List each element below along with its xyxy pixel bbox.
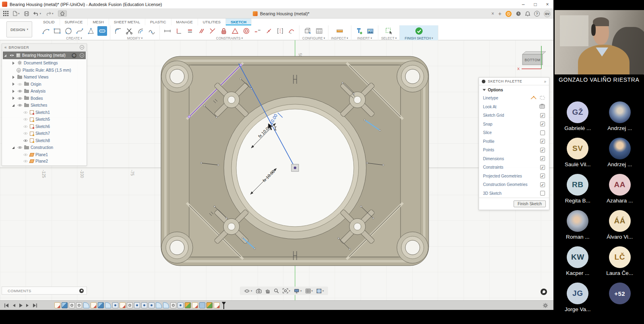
participant-tile[interactable]: Andrzej ... [599,138,641,174]
timeline-feature-icon[interactable] [91,302,97,308]
visibility-eye-icon[interactable] [17,146,23,149]
home-view-button[interactable] [58,10,67,17]
visibility-eye-icon[interactable] [23,132,28,135]
avatar[interactable] [567,210,588,232]
timeline-feature-icon[interactable] [98,302,104,308]
select-group-label[interactable]: SELECT [381,36,394,40]
checkbox[interactable]: ✓ [540,173,545,178]
account-avatar[interactable]: GV [544,10,551,17]
timeline-feature-icon[interactable] [54,302,60,308]
collapse-panel-icon[interactable]: « [4,45,7,50]
timeline-feature-icon[interactable] [178,302,184,308]
visibility-eye-icon[interactable] [23,159,28,163]
comments-bar[interactable]: COMMENTS [2,287,87,295]
browser-item[interactable]: Construction [2,144,87,151]
bearing-housing-part[interactable] [161,56,429,266]
timeline-feature-icon[interactable] [127,302,133,308]
go-to-start-button[interactable] [4,303,9,308]
workspace-selector[interactable]: DESIGN ▾ [6,21,32,37]
timeline-feature-icon[interactable] [156,302,162,308]
job-status-icon[interactable] [506,11,512,17]
fillet-tool-icon[interactable] [113,26,123,36]
checkbox[interactable]: ✓ [540,113,545,118]
speaker-video[interactable] [555,10,644,74]
configuration-table-icon[interactable] [314,26,324,36]
insert-image-icon[interactable] [365,26,375,36]
spline-tool-icon[interactable] [75,26,85,36]
origin-badge-icon[interactable] [80,53,84,58]
finish-sketch-button[interactable] [414,26,424,36]
participant-tile[interactable]: JGJorge Va... [557,283,599,319]
checkbox[interactable]: ✓ [540,165,545,170]
checkbox[interactable]: ✓ [540,139,545,144]
checkbox[interactable] [540,191,545,196]
create-group-label[interactable]: CREATE [66,36,80,40]
minimize-icon[interactable]: – [517,0,529,9]
participant-tile[interactable]: SVSaulė Vil... [557,138,599,174]
timeline-feature-icon[interactable] [141,302,147,308]
browser-item[interactable]: Named Views [2,74,87,81]
tab-mesh[interactable]: MESH [88,19,109,25]
timeline-feature-icon[interactable] [112,302,118,308]
origin-marker[interactable] [291,164,299,171]
timeline-settings-gear-icon[interactable] [543,303,548,310]
timeline-feature-icon[interactable] [120,302,126,308]
redo-button[interactable]: ▾ [45,11,54,16]
trim-scissors-icon[interactable] [124,26,134,36]
file-menu-button[interactable]: ▾ [13,11,20,16]
play-button[interactable] [19,303,23,308]
visibility-eye-icon[interactable] [23,153,28,157]
participant-tile[interactable]: Roman ... [557,210,599,246]
finish-sketch-palette-button[interactable]: Finish Sketch [514,200,546,207]
tab-solid[interactable]: SOLID [38,19,60,25]
checkbox[interactable] [540,130,545,135]
browser-item[interactable]: Plastic Rule: ABS (1,5 mm) [2,67,87,74]
browser-item[interactable]: Analysis [2,88,87,95]
close-icon[interactable]: × [541,0,553,9]
expand-panel-icon[interactable]: » [544,79,546,84]
history-clock-icon[interactable] [516,11,521,17]
go-to-end-button[interactable] [33,303,37,308]
look-at-icon[interactable] [539,104,545,109]
normal-linetype-icon[interactable] [540,95,545,101]
rectangle-tool-icon[interactable] [52,26,62,36]
expand-arrow-icon[interactable] [4,54,6,57]
timeline-feature-icon[interactable] [149,302,155,308]
avatar[interactable]: ÁÁ [609,210,631,232]
participant-tile[interactable]: LČLaura Če... [599,246,641,283]
comments-indicator-icon[interactable] [79,289,84,293]
overflow-count-avatar[interactable]: +52 [609,283,631,304]
checkbox[interactable]: ✓ [540,156,545,161]
timeline-feature-icon[interactable] [105,302,111,308]
avatar[interactable]: AA [609,174,631,196]
display-settings-icon[interactable]: ▾ [294,289,302,293]
expand-arrow-icon[interactable] [12,147,14,149]
timeline-feature-icon[interactable] [170,302,176,308]
browser-root-item[interactable]: Bearing Housing (metal) G [3,52,86,59]
browser-item[interactable]: Plane1 [2,151,87,159]
timeline-feature-icon[interactable] [62,302,68,308]
avatar[interactable]: SV [567,138,588,159]
expand-arrow-icon[interactable] [12,83,14,86]
fit-view-icon[interactable]: ▾ [283,288,291,293]
ground-badge-icon[interactable]: G [72,53,76,58]
browser-item[interactable]: Sketch7 [2,130,87,137]
participant-tile[interactable]: KWKacper ... [557,246,599,283]
concentric-constraint-icon[interactable] [242,26,251,36]
tab-sketch[interactable]: SKETCH [226,19,252,25]
feedback-bubble-icon[interactable] [541,289,547,295]
timeline-feature-icon[interactable] [76,302,82,308]
save-button[interactable] [24,11,29,16]
parallel-constraint-icon[interactable] [196,26,206,36]
constraints-group-label[interactable]: CONSTRAINTS [216,36,241,40]
participant-tile[interactable]: Andrzej ... [599,101,641,138]
checkbox[interactable]: ✓ [540,122,545,126]
inspect-group-label[interactable]: INSPECT [331,36,346,40]
minimize-panel-icon[interactable] [80,45,84,50]
break-tool-icon[interactable] [147,26,157,36]
pan-icon[interactable] [265,288,270,293]
notifications-bell-icon[interactable] [525,11,530,17]
modify-group-label[interactable]: MODIFY [127,36,140,40]
equal-constraint-icon[interactable] [185,26,195,36]
tab-surface[interactable]: SURFACE [60,19,88,25]
